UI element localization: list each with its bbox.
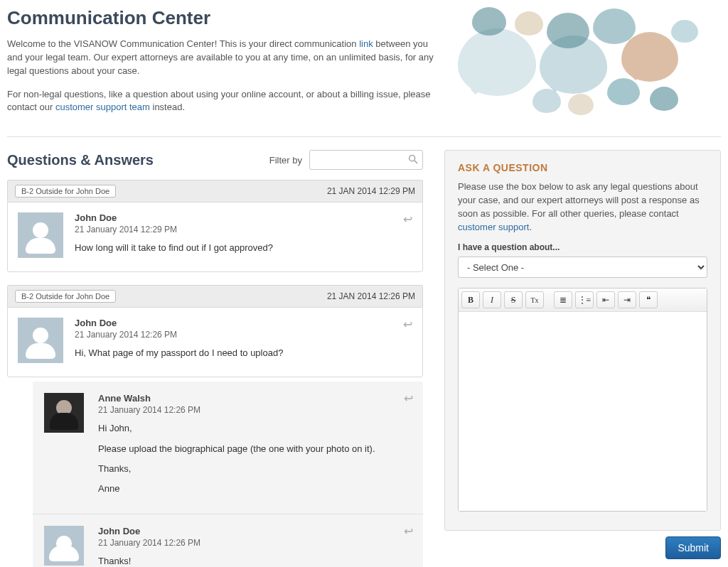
speech-bubbles-decoration: [451, 7, 721, 128]
question-topic-label: I have a question about...: [458, 242, 707, 252]
message-author: John Doe: [75, 212, 412, 223]
reply-icon[interactable]: ↩: [403, 318, 412, 331]
ask-intro-text: .: [529, 222, 532, 232]
clear-format-button[interactable]: Tx: [525, 291, 544, 308]
ask-intro: Please use the box below to ask any lega…: [458, 180, 707, 234]
outdent-button[interactable]: ⇤: [596, 291, 615, 308]
message-text: Please upload the biographical page (the…: [98, 443, 412, 455]
message-date: 21 January 2014 12:26 PM: [75, 330, 412, 340]
case-tag[interactable]: B-2 Outside for John Doe: [15, 290, 116, 303]
avatar: [44, 393, 84, 433]
ask-intro-text: Please use the box below to ask any lega…: [458, 181, 700, 219]
svg-point-0: [410, 156, 415, 161]
message-author: Anne Walsh: [98, 393, 412, 404]
message-text: How long will it take to find out if I g…: [75, 242, 412, 254]
ask-question-panel: ASK A QUESTION Please use the box below …: [444, 150, 721, 531]
reply-message: Anne Walsh 21 January 2014 12:26 PM Hi J…: [33, 382, 423, 514]
case-tag[interactable]: B-2 Outside for John Doe: [15, 185, 116, 198]
qa-heading: Questions & Answers: [7, 152, 269, 168]
editor-toolbar: B I S Tx ≣ ⋮≡ ⇤ ⇥ ❝: [459, 288, 707, 312]
intro-text: Welcome to the VISANOW Communication Cen…: [7, 38, 359, 49]
message-text: Thanks,: [98, 463, 412, 475]
rich-text-editor: B I S Tx ≣ ⋮≡ ⇤ ⇥ ❝: [458, 288, 707, 512]
message-date: 21 January 2014 12:26 PM: [98, 405, 412, 415]
thread-header: B-2 Outside for John Doe 21 JAN 2014 12:…: [7, 180, 423, 202]
reply-icon[interactable]: ↩: [403, 212, 412, 226]
divider: [7, 136, 721, 137]
thread-header: B-2 Outside for John Doe 21 JAN 2014 12:…: [7, 285, 423, 307]
thread-timestamp: 21 JAN 2014 12:29 PM: [327, 186, 415, 196]
svg-line-1: [414, 161, 417, 163]
customer-support-link[interactable]: customer support: [458, 222, 529, 232]
indent-button[interactable]: ⇥: [618, 291, 636, 308]
reply-message: John Doe 21 January 2014 12:26 PM Thanks…: [33, 514, 423, 567]
avatar: [18, 318, 63, 363]
thread-timestamp: 21 JAN 2014 12:26 PM: [327, 291, 415, 301]
reply-icon[interactable]: ↩: [404, 392, 413, 405]
message-text: Hi John,: [98, 422, 412, 435]
intro-paragraph-2: For non-legal questions, like a question…: [7, 88, 437, 115]
intro-paragraph-1: Welcome to the VISANOW Communication Cen…: [7, 38, 437, 78]
avatar: [18, 212, 63, 258]
filter-input[interactable]: [309, 150, 423, 170]
message: John Doe 21 January 2014 12:26 PM Hi, Wh…: [7, 307, 423, 377]
message: John Doe 21 January 2014 12:29 PM How lo…: [7, 202, 423, 272]
bold-button[interactable]: B: [461, 291, 480, 308]
message-text: Hi, What page of my passport do I need t…: [75, 347, 412, 360]
message-text: Thanks!: [98, 555, 412, 567]
reply-icon[interactable]: ↩: [404, 524, 413, 538]
message-date: 21 January 2014 12:29 PM: [75, 225, 412, 234]
customer-support-team-link[interactable]: customer support team: [55, 102, 150, 112]
question-topic-select[interactable]: - Select One -: [458, 256, 707, 278]
avatar: [44, 526, 84, 566]
message-date: 21 January 2014 12:26 PM: [98, 538, 412, 548]
ordered-list-button[interactable]: ≣: [554, 291, 572, 308]
italic-button[interactable]: I: [483, 291, 501, 308]
page-title: Communication Center: [7, 7, 437, 29]
blockquote-button[interactable]: ❝: [639, 291, 658, 308]
reply-block: Anne Walsh 21 January 2014 12:26 PM Hi J…: [33, 382, 423, 567]
unordered-list-button[interactable]: ⋮≡: [575, 291, 594, 308]
submit-button[interactable]: Submit: [665, 536, 721, 559]
filter-label: Filter by: [269, 155, 302, 166]
strikethrough-button[interactable]: S: [504, 291, 523, 308]
intro-link-link[interactable]: link: [359, 38, 373, 49]
message-text: Anne: [98, 482, 412, 495]
message-author: John Doe: [75, 318, 412, 328]
ask-heading: ASK A QUESTION: [458, 162, 707, 173]
editor-textarea[interactable]: [459, 312, 707, 511]
intro-text: instead.: [150, 102, 185, 112]
search-icon: [407, 153, 419, 165]
message-author: John Doe: [98, 526, 412, 536]
